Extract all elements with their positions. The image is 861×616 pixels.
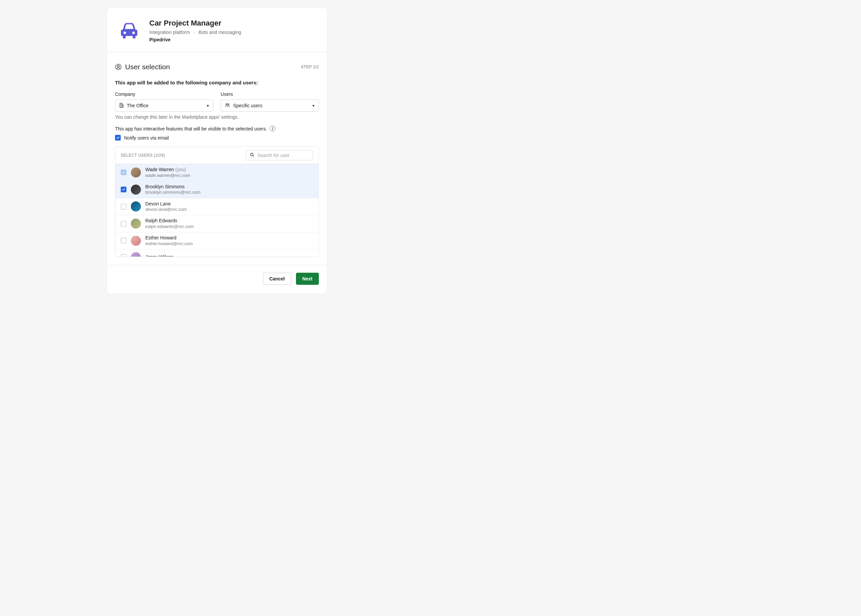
user-list-count-label: SELECT USERS (2/26) (121, 153, 165, 158)
avatar (131, 185, 141, 195)
app-vendor: Pipedrive (149, 37, 241, 42)
avatar (131, 236, 141, 246)
next-button[interactable]: Next (296, 273, 319, 285)
company-selected-value: The Office (127, 103, 148, 108)
user-email: devon.lane@nrc.com (145, 207, 187, 212)
info-icon[interactable]: i (270, 126, 275, 132)
app-title: Car Project Manager (149, 19, 241, 28)
user-checkbox[interactable] (121, 238, 126, 244)
users-select[interactable]: Specific users ▼ (221, 99, 319, 112)
user-row[interactable]: Wade Warren (you) wade.warren@nrc.com (115, 164, 319, 181)
step-title: User selection (125, 63, 170, 71)
user-email: esther.howard@nrc.com (145, 241, 193, 247)
modal-footer: Cancel Next (107, 265, 327, 294)
svg-line-8 (253, 156, 254, 157)
avatar (131, 201, 141, 212)
user-checkbox[interactable] (121, 221, 126, 226)
user-list[interactable]: Wade Warren (you) wade.warren@nrc.com Br… (115, 164, 319, 256)
user-row[interactable]: Ralph Edwards ealph.edwards@nrc.com (115, 215, 319, 233)
user-name: Wade Warren (145, 167, 174, 172)
users-field-label: Users (221, 91, 319, 97)
user-name: Ralph Edwards (145, 218, 194, 224)
user-list-panel: SELECT USERS (2/26) (115, 146, 319, 257)
user-circle-icon (115, 64, 122, 70)
company-field-label: Company (115, 91, 213, 97)
user-row[interactable]: Devon Lane devon.lane@nrc.com (115, 198, 319, 215)
avatar (131, 218, 141, 229)
user-email: ealph.edwards@nrc.com (145, 224, 194, 229)
search-input[interactable] (257, 152, 310, 158)
company-select[interactable]: The Office ▼ (115, 99, 213, 112)
user-checkbox[interactable] (121, 204, 126, 209)
avatar (131, 167, 141, 178)
you-suffix: (you) (175, 167, 186, 172)
svg-rect-4 (120, 103, 122, 107)
search-icon (250, 152, 255, 159)
app-categories: Integration platform · Bots and messagin… (149, 30, 241, 35)
user-email: wade.warren@nrc.com (145, 173, 190, 178)
svg-point-1 (132, 31, 135, 34)
user-checkbox[interactable] (121, 254, 126, 256)
user-name: Brooklyn Simmons (145, 184, 200, 190)
modal-header: Car Project Manager Integration platform… (107, 8, 327, 52)
user-row[interactable]: Brooklyn Simmons brooklyn.simmons@nrc.co… (115, 181, 319, 198)
user-name: Devon Lane (145, 201, 187, 207)
user-checkbox (121, 170, 126, 175)
users-selected-value: Specific users (233, 103, 262, 108)
notify-checkbox[interactable] (115, 135, 121, 141)
user-name: Jenny Wilson (145, 254, 173, 256)
features-text: This app has interactive features that w… (115, 126, 267, 132)
user-checkbox[interactable] (121, 187, 126, 192)
svg-point-5 (226, 104, 227, 105)
section-subheading: This app will be added to the following … (115, 80, 319, 85)
user-row[interactable]: Jenny Wilson (115, 250, 319, 256)
user-row[interactable]: Esther Howard esther.howard@nrc.com (115, 233, 319, 250)
car-icon (119, 20, 139, 40)
user-search-field[interactable] (246, 150, 313, 160)
svg-point-3 (117, 65, 119, 67)
svg-point-7 (251, 153, 253, 156)
chevron-down-icon: ▼ (206, 104, 209, 108)
avatar (131, 252, 141, 256)
chevron-down-icon: ▼ (312, 104, 315, 108)
building-icon (119, 102, 124, 109)
settings-hint: You can change this later in the Marketp… (115, 114, 319, 120)
user-email: brooklyn.simmons@nrc.com (145, 190, 200, 195)
people-icon (224, 102, 230, 109)
user-selection-modal: Car Project Manager Integration platform… (107, 8, 327, 294)
svg-point-6 (228, 104, 229, 105)
step-indicator: STEP 1/2 (301, 64, 319, 69)
cancel-button[interactable]: Cancel (263, 273, 291, 285)
user-name: Esther Howard (145, 235, 193, 241)
notify-label: Notify users via email (124, 135, 169, 141)
svg-point-0 (123, 31, 126, 34)
